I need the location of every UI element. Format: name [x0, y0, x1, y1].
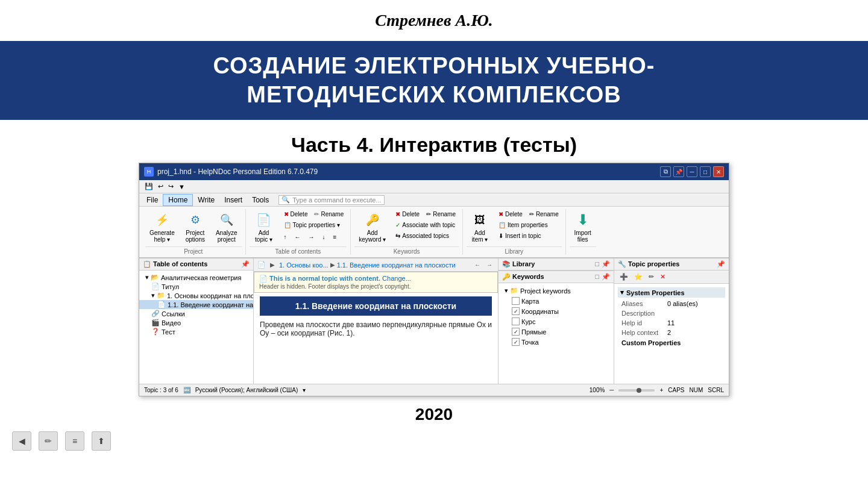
redo-btn[interactable]: ↪ [166, 182, 175, 191]
toc-item-video[interactable]: 🎬 Видео [139, 318, 253, 327]
kw-koordinaty-label: Координаты [521, 308, 559, 315]
associated-topics-button[interactable]: ⇆ Associated topics [392, 231, 459, 241]
nav-left-btn[interactable]: ← [473, 261, 482, 269]
toc-up-btn[interactable]: ↑ [281, 232, 290, 242]
toc-header: 📋 Table of contents 📌 [139, 258, 253, 271]
toc-item-vvedenie[interactable]: 📄 1.1. Введение координат на п [139, 300, 253, 309]
item-properties-button[interactable]: 📋 Item properties [495, 220, 562, 230]
toc-indent-btn[interactable]: ≡ [330, 232, 340, 242]
add-keyword-icon: 🔑 [364, 211, 381, 228]
kw-tochka[interactable]: ✓ Точка [502, 337, 610, 347]
import-files-button[interactable]: ⬇ Importfiles [570, 209, 596, 245]
save-quick-btn[interactable]: 💾 [143, 182, 155, 191]
editor-toolbar: 📄 ▶ 1. Основы коо... ▶ 1.1. Введение коо… [254, 258, 498, 272]
delete-lib-label: Delete [505, 211, 523, 217]
menu-tools[interactable]: Tools [247, 195, 274, 205]
associate-icon: ✓ [395, 222, 400, 228]
analyze-project-button[interactable]: 🔍 Analyzeproject [212, 209, 242, 245]
toc-item-analytic[interactable]: ▾ 📂 Аналитическая геометрия [139, 273, 253, 282]
kw-pryamye[interactable]: ✓ Прямые [502, 327, 610, 337]
notice-icon: 📄 [259, 275, 268, 282]
zoom-slider[interactable] [618, 389, 655, 392]
nav-arrows: ← → [473, 261, 494, 269]
topic-properties-button[interactable]: 📋 Topic properties ▾ [281, 220, 347, 230]
bottom-back-btn[interactable]: ◀ [12, 431, 31, 451]
project-keywords-group[interactable]: ▾ 📁 Project keywords [502, 286, 610, 296]
ribbon-project-group: ⚡ Generatehelp ▾ ⚙ Projectoptions 🔍 Anal… [143, 209, 246, 255]
subtitle: Часть 4. Интерактив (тесты) [0, 126, 868, 163]
project-options-button[interactable]: ⚙ Projectoptions [181, 209, 209, 245]
restore-button[interactable]: ⧉ [660, 166, 671, 177]
maximize-button[interactable]: □ [700, 166, 711, 177]
breadcrumb-2[interactable]: 1.1. Введение координат на плоскости [337, 261, 456, 269]
bottom-edit-btn[interactable]: ✏ [39, 431, 58, 451]
toc-right-btn[interactable]: → [306, 232, 318, 242]
kw-karta-checkbox[interactable] [512, 297, 520, 305]
delete-lib-button[interactable]: ✖ Delete ✏ Rename [495, 209, 562, 219]
kw-koordinaty-checkbox[interactable]: ✓ [512, 307, 520, 315]
topic-text[interactable]: Проведем на плоскости две взаимо перпенд… [260, 321, 492, 337]
menu-file[interactable]: File [142, 195, 163, 205]
kw-karta[interactable]: Карта [502, 296, 610, 306]
toc-down-btn[interactable]: ↓ [319, 232, 329, 242]
toc-left-btn[interactable]: ← [292, 232, 304, 242]
bottom-menu-btn[interactable]: ≡ [65, 431, 84, 451]
project-group-label: Project [145, 246, 242, 255]
kw-kurs-checkbox[interactable] [512, 318, 520, 325]
zoom-minus-btn[interactable]: ─ [609, 387, 614, 393]
pin-button[interactable]: 📌 [673, 166, 684, 177]
kw-pin-icon[interactable]: 📌 [602, 273, 610, 281]
props-star-btn[interactable]: ⭐ [632, 272, 644, 281]
toc-item-test[interactable]: ❓ Тест [139, 327, 253, 336]
associate-label: Associate with topic [402, 222, 455, 228]
menu-write[interactable]: Write [193, 195, 219, 205]
kw-tochka-checkbox[interactable]: ✓ [512, 338, 520, 346]
add-item-button[interactable]: 🖼 Additem ▾ [467, 209, 493, 245]
topic-notice: 📄 This is a normal topic with content. C… [254, 272, 498, 293]
toc-item-title[interactable]: 📄 Титул [139, 282, 253, 291]
generate-help-button[interactable]: ⚡ Generatehelp ▾ [145, 209, 179, 245]
lib-pin-icon[interactable]: 📌 [602, 260, 610, 268]
library-panel: 📚 Library □ 📌 🔑 Keywords □ 📌 [498, 258, 614, 384]
add-topic-button[interactable]: 📄 Addtopic ▾ [250, 209, 278, 245]
notice-change[interactable]: Change... [382, 275, 411, 282]
menu-insert[interactable]: Insert [219, 195, 247, 205]
toc-item-ssylki[interactable]: 🔗 Ссылки [139, 309, 253, 318]
delete-toc-icon: ✖ [284, 211, 289, 217]
bottom-up-btn[interactable]: ⬆ [92, 431, 111, 451]
nav-back-btn[interactable]: ▶ [268, 261, 277, 269]
quick-dropdown[interactable]: ▼ [177, 183, 187, 191]
kw-minimize-icon[interactable]: □ [595, 273, 599, 281]
toc-item-osnovy[interactable]: ▾ 📁 1. Основы координат на плоскос [139, 291, 253, 300]
delete-kw-button[interactable]: ✖ Delete ✏ Rename [392, 209, 459, 219]
insert-topic-button[interactable]: ⬇ Insert in topic [495, 231, 562, 241]
add-keyword-button[interactable]: 🔑 Addkeyword ▾ [354, 209, 390, 245]
minimize-button[interactable]: ─ [687, 166, 697, 177]
keywords-header: 🔑 Keywords □ 📌 [498, 271, 614, 283]
delete-toc-button[interactable]: ✖ Delete ✏ Rename [281, 209, 347, 219]
kw-pryamye-checkbox[interactable]: ✓ [512, 328, 520, 336]
insert-label: Insert in topic [505, 233, 541, 239]
props-delete-btn[interactable]: ✕ [658, 272, 667, 281]
lib-minimize-icon[interactable]: □ [595, 260, 599, 268]
kw-koordinaty[interactable]: ✓ Координаты [502, 306, 610, 316]
toc-tree: ▾ 📂 Аналитическая геометрия 📄 Титул ▾ 📁 … [139, 271, 253, 384]
kw-kurs[interactable]: Курс [502, 316, 610, 327]
zoom-plus-btn[interactable]: + [659, 387, 663, 393]
props-helpid: Help id 11 [618, 318, 725, 328]
toc-pin-icon[interactable]: 📌 [241, 260, 250, 268]
nav-right-btn[interactable]: → [485, 261, 494, 269]
props-add-btn[interactable]: ➕ [618, 272, 630, 281]
associate-topic-button[interactable]: ✓ Associate with topic [392, 220, 459, 230]
doc-icon-toolbar: 📄 [257, 261, 266, 269]
close-button[interactable]: ✕ [713, 166, 724, 177]
language-dropdown[interactable]: ▾ [303, 387, 306, 393]
kw-tochka-label: Точка [521, 339, 539, 346]
delete-kw-label: Delete [402, 211, 420, 217]
props-pin-icon[interactable]: 📌 [717, 260, 725, 268]
breadcrumb-1[interactable]: 1. Основы коо... [279, 261, 329, 269]
menu-home[interactable]: Home [163, 194, 193, 206]
props-edit-btn[interactable]: ✏ [647, 272, 656, 281]
undo-btn[interactable]: ↩ [156, 182, 165, 191]
command-search[interactable]: 🔍 Type a command to execute... [278, 195, 384, 205]
